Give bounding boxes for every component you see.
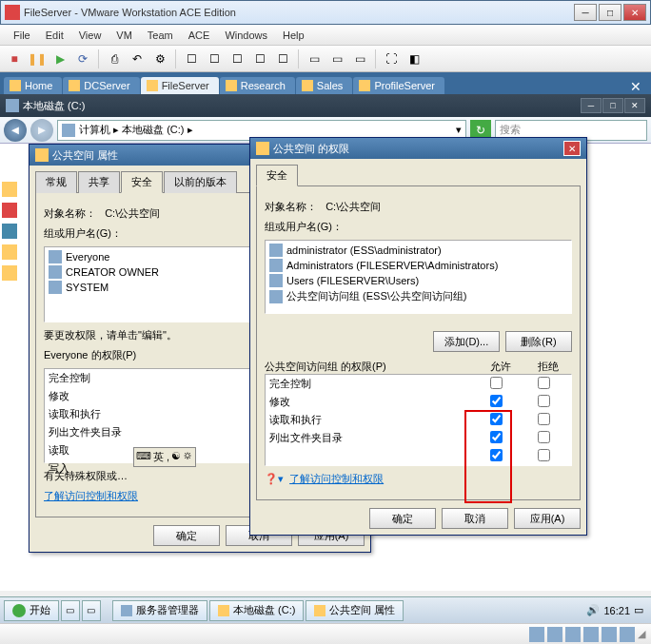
reset-icon[interactable]: ⟳ [72,49,93,69]
permissions-list: 完全控制 修改 读取和执行 列出文件夹目 [265,374,572,466]
quick-launch[interactable]: ▭ [61,600,80,621]
tab-home[interactable]: Home [4,77,62,94]
quick-launch[interactable]: ▭ [82,600,101,621]
dialog-close-button[interactable]: ✕ [563,141,581,156]
device-icon[interactable] [565,627,581,642]
tab-versions[interactable]: 以前的版本 [164,171,237,193]
access-control-link[interactable]: 了解访问控制和权限 [289,473,384,484]
tray-icon[interactable]: 🔊 [586,604,600,616]
menu-vm[interactable]: VM [108,29,140,41]
taskbar-item[interactable]: 本地磁盘 (C:) [209,600,304,621]
forward-button[interactable]: ► [30,119,53,142]
unity-icon[interactable]: ◧ [404,49,424,69]
menu-view[interactable]: View [71,29,109,41]
close-button[interactable]: ✕ [623,4,646,21]
tab-sales[interactable]: Sales [296,77,353,94]
cancel-button[interactable]: 取消 [442,508,508,529]
ime-icon[interactable]: ☯ [171,450,181,464]
menu-file[interactable]: File [6,29,38,41]
view-icon[interactable]: ▭ [304,49,325,69]
taskbar-item[interactable]: 公共空间 属性 [306,600,404,621]
tab-general[interactable]: 常规 [35,171,77,193]
tab-dcserver[interactable]: DCServer [63,77,139,94]
device-icon[interactable] [529,627,544,642]
view-icon[interactable]: ▭ [326,49,347,69]
folder-icon[interactable] [2,203,17,218]
users-listbox[interactable]: administrator (ESS\administrator) Admini… [265,240,572,314]
tab-research[interactable]: Research [220,77,295,94]
ime-toolbar[interactable]: ⌨ 英 , ☯ ⛭ [133,447,196,467]
start-button[interactable]: 开始 [4,600,59,621]
tab-security[interactable]: 安全 [256,165,298,186]
tool-icon[interactable]: ☐ [227,49,247,69]
manage-icon[interactable]: ⚙ [149,49,170,69]
dropdown-icon[interactable]: ▾ [456,124,462,136]
tool-icon[interactable]: ☐ [181,49,202,69]
device-icon[interactable] [583,627,599,642]
home-icon [10,80,21,91]
explorer-max-button[interactable]: □ [602,98,623,113]
tab-profileserver[interactable]: ProfileServer [353,77,444,94]
ok-button[interactable]: 确定 [369,508,436,529]
menu-windows[interactable]: Windows [217,29,275,41]
clock[interactable]: 16:21 [603,605,630,616]
remove-button[interactable]: 删除(R) [505,331,572,352]
taskbar-item[interactable]: 服务器管理器 [112,600,207,621]
tab-fileserver[interactable]: FileServer [141,77,219,94]
maximize-button[interactable]: □ [599,4,621,21]
device-icon[interactable] [547,627,562,642]
play-icon[interactable]: ▶ [49,49,70,69]
deny-checkbox[interactable] [538,449,550,461]
help-icon[interactable]: ❓▾ [265,473,284,484]
folder-icon[interactable] [2,224,17,239]
access-control-link[interactable]: 了解访问控制和权限 [44,490,138,501]
ime-lang[interactable]: 英 , [153,450,169,464]
tool-icon[interactable]: ☐ [272,49,293,69]
ime-icon[interactable]: ⌨ [136,450,151,464]
permissions-titlebar[interactable]: 公共空间 的权限 ✕ [250,138,586,159]
tab-sharing[interactable]: 共享 [78,171,120,193]
device-icon[interactable] [620,627,635,642]
deny-checkbox[interactable] [538,431,550,443]
explorer-min-button[interactable]: ─ [581,98,602,113]
device-icon[interactable] [602,627,617,642]
menu-edit[interactable]: Edit [38,29,71,41]
allow-checkbox[interactable] [490,431,503,443]
apply-button[interactable]: 应用(A) [514,508,581,529]
tab-security[interactable]: 安全 [121,171,163,193]
tool-icon[interactable]: ☐ [204,49,225,69]
deny-checkbox[interactable] [538,413,550,425]
stop-icon[interactable]: ■ [4,49,25,69]
ime-icon[interactable]: ⛭ [183,450,193,464]
folder-icon[interactable] [2,265,17,281]
tool-icon[interactable]: ☐ [249,49,270,69]
allow-checkbox[interactable] [490,413,503,425]
allow-checkbox[interactable] [490,449,503,461]
drive-icon [62,124,75,137]
revert-icon[interactable]: ↶ [127,49,148,69]
fullscreen-icon[interactable]: ⛶ [381,49,402,69]
perm-row: 完全控制 [266,375,571,393]
menu-help[interactable]: Help [275,29,312,41]
folder-icon[interactable] [2,244,17,260]
ok-button[interactable]: 确定 [153,525,220,546]
system-tray[interactable]: 🔊 16:21 ▭ [582,604,647,616]
explorer-close-button[interactable]: ✕ [624,98,645,113]
allow-checkbox[interactable] [490,395,503,407]
start-icon [12,604,26,617]
folder-icon[interactable] [2,182,17,197]
resize-grip[interactable]: ◢ [638,628,645,640]
allow-checkbox[interactable] [490,377,503,389]
tray-icon[interactable]: ▭ [634,604,643,616]
back-button[interactable]: ◄ [4,119,27,142]
view-icon[interactable]: ▭ [349,49,370,69]
pause-icon[interactable]: ❚❚ [27,49,48,69]
add-button[interactable]: 添加(D)... [433,331,500,352]
deny-checkbox[interactable] [538,377,550,389]
menu-team[interactable]: Team [140,29,181,41]
close-tab-icon[interactable]: ✕ [624,79,647,94]
deny-checkbox[interactable] [538,395,550,407]
snapshot-icon[interactable]: ⎙ [104,49,125,69]
minimize-button[interactable]: ─ [574,4,597,21]
menu-ace[interactable]: ACE [181,29,218,41]
